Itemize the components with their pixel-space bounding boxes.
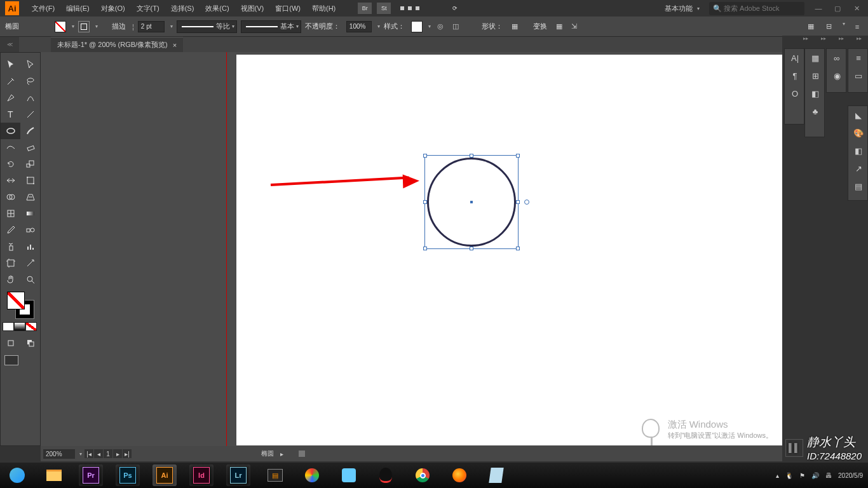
taskbar-lightroom-icon[interactable]: Lr	[226, 464, 250, 486]
canvas-area[interactable]	[41, 52, 782, 446]
align-panel-icon[interactable]: ▦	[805, 49, 825, 67]
menu-edit[interactable]: 编辑(E)	[61, 1, 95, 16]
menu-help[interactable]: 帮助(H)	[307, 1, 341, 16]
taskbar-app1-icon[interactable]	[300, 464, 324, 486]
opentype-panel-icon[interactable]: O	[785, 85, 805, 102]
panel-collapse-icon[interactable]: ▸▸	[857, 36, 862, 41]
search-stock-input[interactable]: 🔍 搜索 Adobe Stock	[709, 2, 804, 15]
links-panel-icon[interactable]: ↗	[848, 159, 868, 177]
width-tool[interactable]	[1, 172, 20, 189]
hand-tool[interactable]	[1, 271, 20, 288]
style-swatch[interactable]	[411, 21, 423, 32]
paintbrush-tool[interactable]	[20, 123, 40, 139]
taskbar-indesign-icon[interactable]: Id	[189, 464, 214, 486]
paragraph-panel-icon[interactable]: ¶	[785, 67, 805, 85]
isolate-icon[interactable]: ◫	[450, 21, 461, 32]
tray-date[interactable]: 2020/5/9	[838, 472, 863, 479]
zoom-input[interactable]: 200%	[43, 449, 75, 459]
tray-lang-icon[interactable]: 🖷	[825, 472, 832, 479]
taskbar-notes-icon[interactable]	[484, 464, 508, 486]
blend-tool[interactable]	[20, 222, 40, 238]
drawing-mode-behind[interactable]	[20, 335, 40, 351]
taskbar-app2-icon[interactable]	[337, 464, 361, 486]
taskbar-explorer-icon[interactable]	[42, 464, 66, 486]
type-tool[interactable]: T	[1, 106, 20, 123]
scale-tool[interactable]	[20, 156, 40, 172]
workspace-dropdown[interactable]: 基本功能▾	[660, 2, 705, 15]
first-artboard-button[interactable]: |◂	[85, 449, 93, 458]
swatches-panel-icon[interactable]: 🎨	[848, 124, 868, 142]
gpu-preview-icon[interactable]: ⟳	[448, 3, 462, 14]
line-tool[interactable]	[20, 106, 40, 123]
rotate-tool[interactable]	[1, 156, 20, 172]
fill-stroke-indicator[interactable]	[7, 292, 34, 318]
free-transform-tool[interactable]	[20, 172, 40, 189]
gradient-panel-icon[interactable]: ◧	[848, 142, 868, 159]
transform-label[interactable]: 变换	[533, 22, 547, 31]
resize-handle-l[interactable]	[423, 200, 427, 204]
taskbar-videoeditor-icon[interactable]: ▤	[263, 464, 287, 486]
stock-icon[interactable]: St	[377, 3, 391, 14]
maximize-button[interactable]: ▢	[831, 4, 844, 13]
recolor-icon[interactable]: ◎	[435, 21, 446, 32]
pie-widget-icon[interactable]	[524, 200, 529, 205]
menu-object[interactable]: 对象(O)	[96, 1, 130, 16]
artboard[interactable]	[236, 55, 782, 445]
curvature-tool[interactable]	[20, 90, 40, 106]
menu-effect[interactable]: 效果(C)	[200, 1, 234, 16]
drawing-mode-normal[interactable]	[1, 335, 20, 351]
shape-builder-tool[interactable]	[1, 189, 20, 205]
mesh-tool[interactable]	[1, 205, 20, 222]
shaper-tool[interactable]	[1, 139, 20, 156]
align-dd-icon[interactable]: ▦	[553, 21, 565, 32]
resize-handle-tl[interactable]	[423, 154, 427, 158]
brush-dropdown[interactable]: 基本▾	[241, 20, 301, 33]
transform-each-icon[interactable]: ⇲	[569, 21, 580, 32]
cb-menu-icon[interactable]: ≡	[851, 21, 863, 32]
perspective-tool[interactable]	[20, 189, 40, 205]
guides-icon[interactable]: ⊟	[823, 21, 834, 32]
brushes-panel-icon[interactable]: ◣	[848, 106, 868, 124]
menu-view[interactable]: 视图(V)	[236, 1, 269, 16]
direct-selection-tool[interactable]	[20, 57, 40, 73]
last-artboard-button[interactable]: ▸|	[123, 449, 132, 458]
layers-panel-icon[interactable]: ▤	[848, 177, 868, 195]
taskbar-illustrator-icon[interactable]: Ai	[153, 464, 177, 486]
shape-props-icon[interactable]: ▦	[509, 21, 520, 32]
resize-handle-bl[interactable]	[423, 247, 427, 250]
resize-handle-br[interactable]	[516, 247, 520, 250]
stroke-label[interactable]: 描边	[112, 22, 126, 31]
eyedropper-tool[interactable]	[1, 222, 20, 238]
character-panel-icon[interactable]: A|	[785, 49, 805, 67]
ellipse-tool[interactable]	[1, 123, 20, 139]
selection-tool[interactable]	[1, 57, 20, 73]
lasso-tool[interactable]	[20, 73, 40, 90]
opacity-input[interactable]	[346, 21, 372, 32]
panel-collapse-icon[interactable]: ▸▸	[821, 36, 826, 41]
color-mode-row[interactable]	[3, 322, 38, 331]
taskbar-premiere-icon[interactable]: Pr	[79, 464, 103, 486]
tray-expand-icon[interactable]: ▴	[776, 472, 779, 479]
menu-type[interactable]: 文字(T)	[132, 1, 165, 16]
tab-scroll-left[interactable]: ≪	[0, 37, 19, 52]
stroke-panel-icon[interactable]: ≡	[848, 49, 868, 67]
tray-flag-icon[interactable]: ⚑	[799, 472, 805, 479]
libraries-panel-icon[interactable]: ∞	[827, 49, 847, 67]
menu-select[interactable]: 选择(S)	[166, 1, 200, 16]
resize-handle-b[interactable]	[470, 247, 473, 250]
screen-mode-switch[interactable]	[4, 355, 36, 365]
tray-qq-icon[interactable]: 🐧	[785, 472, 793, 479]
stroke-profile-dropdown[interactable]: 等比▾	[177, 20, 237, 33]
horizontal-scrollbar[interactable]	[299, 451, 305, 457]
bridge-icon[interactable]: Br	[358, 3, 372, 14]
taskbar-photoshop-icon[interactable]: Ps	[116, 464, 140, 486]
taskbar-qq-icon[interactable]	[374, 464, 398, 486]
prev-artboard-button[interactable]: ◂	[94, 449, 103, 458]
resize-handle-tr[interactable]	[516, 154, 520, 158]
taskbar-firefox-icon[interactable]	[447, 464, 471, 486]
pathfinder-panel-icon[interactable]: ◧	[805, 85, 825, 102]
stroke-weight-input[interactable]	[138, 21, 165, 32]
pen-tool[interactable]	[1, 90, 20, 106]
panel-collapse-icon[interactable]: ▸▸	[803, 36, 808, 41]
symbol-sprayer-tool[interactable]	[1, 238, 20, 255]
